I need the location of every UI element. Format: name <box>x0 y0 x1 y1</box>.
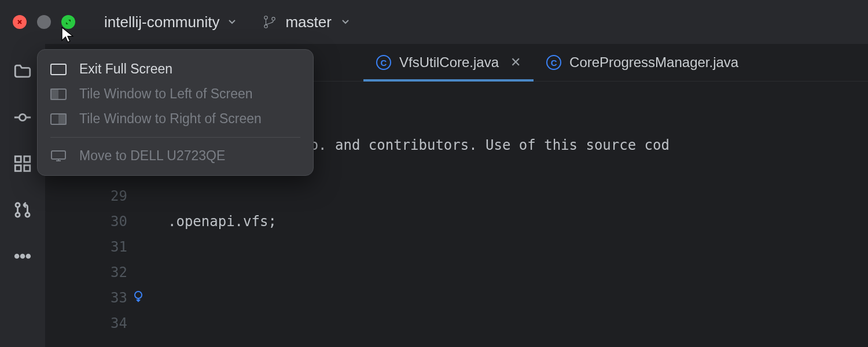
svg-rect-17 <box>51 89 58 99</box>
commit-tool-icon[interactable] <box>13 108 32 127</box>
tile-right-icon <box>50 113 67 125</box>
svg-rect-6 <box>15 165 21 171</box>
menu-tile-right[interactable]: Tile Window to Right of Screen <box>38 106 313 131</box>
window-close-button[interactable] <box>13 15 27 29</box>
line-number: 33 <box>45 285 127 311</box>
svg-rect-5 <box>24 156 30 162</box>
svg-point-0 <box>264 16 267 19</box>
title-bar: intellij-community master <box>0 0 868 44</box>
pull-requests-tool-icon[interactable] <box>13 200 32 220</box>
line-number: 34 <box>45 311 127 336</box>
implement-gutter-icon[interactable] <box>130 285 147 311</box>
line-number: 29 <box>45 183 127 209</box>
svg-point-9 <box>16 213 20 217</box>
window-minimize-button[interactable] <box>37 15 51 29</box>
menu-separator <box>50 137 300 138</box>
structure-tool-icon[interactable] <box>13 154 32 174</box>
svg-rect-4 <box>15 156 21 162</box>
svg-rect-7 <box>24 165 30 171</box>
more-tool-icon[interactable] <box>13 246 32 266</box>
window-tiling-menu: Exit Full Screen Tile Window to Left of … <box>37 49 314 176</box>
monitor-icon <box>50 150 67 163</box>
menu-move-to-display[interactable]: Move to DELL U2723QE <box>38 143 313 168</box>
close-tab-icon[interactable]: ✕ <box>510 55 521 70</box>
svg-point-1 <box>264 25 267 28</box>
project-selector[interactable]: intellij-community <box>104 13 238 31</box>
svg-rect-20 <box>52 151 65 159</box>
java-class-icon: C <box>376 55 391 70</box>
line-number: 31 <box>45 234 127 260</box>
menu-item-label: Tile Window to Right of Screen <box>79 111 262 127</box>
line-number: 32 <box>45 260 127 285</box>
svg-point-13 <box>27 254 30 258</box>
svg-rect-19 <box>59 114 66 124</box>
tab-coreprogressmanager[interactable]: C CoreProgressManager.java <box>534 44 751 81</box>
svg-rect-15 <box>51 64 66 75</box>
git-branch-selector[interactable]: master <box>262 13 351 31</box>
menu-exit-full-screen[interactable]: Exit Full Screen <box>38 57 313 82</box>
branch-name: master <box>285 13 331 31</box>
tile-left-icon <box>50 88 67 101</box>
chevron-down-icon <box>226 13 238 31</box>
menu-item-label: Tile Window to Left of Screen <box>79 86 253 102</box>
menu-tile-left[interactable]: Tile Window to Left of Screen <box>38 82 313 106</box>
menu-item-label: Move to DELL U2723QE <box>79 148 225 164</box>
exit-fullscreen-icon <box>50 63 67 76</box>
tab-label: VfsUtilCore.java <box>399 54 499 71</box>
chevron-down-icon <box>340 13 351 31</box>
mouse-cursor-icon <box>60 26 75 47</box>
svg-point-11 <box>15 254 19 258</box>
svg-point-14 <box>135 291 142 298</box>
project-tool-icon[interactable] <box>13 61 32 81</box>
line-number: 30 <box>45 209 127 234</box>
project-name: intellij-community <box>104 13 219 31</box>
menu-item-label: Exit Full Screen <box>79 61 172 77</box>
svg-point-8 <box>16 203 20 207</box>
tab-label: CoreProgressManager.java <box>569 54 738 71</box>
git-branch-icon <box>262 14 277 29</box>
tab-vfsutilcore[interactable]: C VfsUtilCore.java ✕ <box>363 44 534 81</box>
svg-point-2 <box>272 17 275 20</box>
java-class-icon: C <box>546 55 561 70</box>
svg-point-10 <box>25 213 30 217</box>
svg-point-3 <box>19 114 25 120</box>
svg-point-12 <box>21 254 24 258</box>
